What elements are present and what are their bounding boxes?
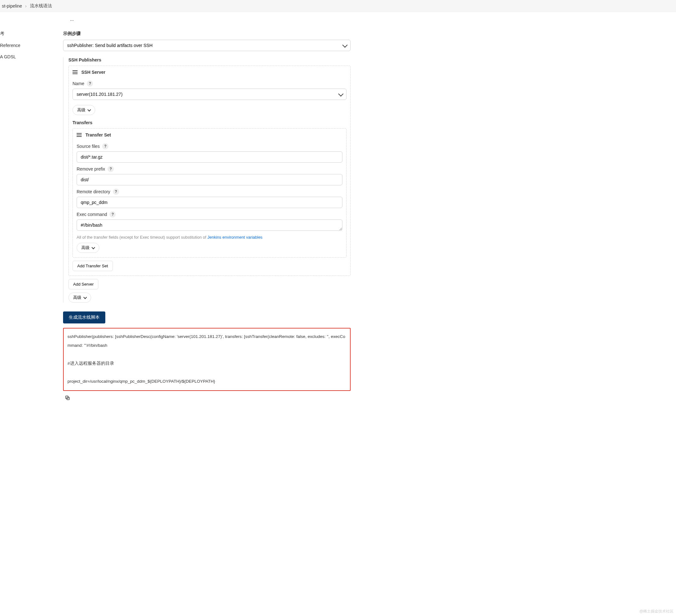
breadcrumb-separator: ›	[24, 3, 28, 8]
remove-prefix-input[interactable]	[76, 174, 342, 185]
remove-prefix-label: Remove prefix	[76, 166, 105, 171]
nav-link-guide[interactable]: 考	[0, 28, 57, 40]
truncated-indicator: ⋯	[63, 18, 351, 25]
chevron-down-icon	[83, 295, 87, 299]
hint-text: All of the transfer fields (except for E…	[76, 235, 342, 239]
advanced-button[interactable]: 高级	[76, 243, 99, 253]
ssh-server-box: SSH Server Name ? server(101.201.181.27)…	[68, 66, 351, 276]
drag-handle-icon[interactable]	[76, 133, 82, 137]
remote-directory-input[interactable]	[76, 197, 342, 208]
advanced-button[interactable]: 高级	[68, 292, 91, 303]
drag-handle-icon[interactable]	[72, 70, 77, 74]
nav-link-reference[interactable]: Reference	[0, 40, 57, 51]
exec-command-textarea[interactable]	[76, 219, 342, 231]
add-server-button[interactable]: Add Server	[68, 279, 98, 289]
exec-command-label: Exec command	[76, 212, 107, 217]
transfer-set-title: Transfer Set	[86, 132, 111, 137]
copy-button[interactable]	[63, 393, 72, 402]
main-content: ⋯ 示例步骤 sshPublisher: Send build artifact…	[57, 12, 359, 402]
help-icon[interactable]: ?	[109, 211, 116, 218]
chevron-down-icon	[87, 108, 91, 111]
generate-pipeline-script-button[interactable]: 生成流水线脚本	[63, 312, 105, 324]
remote-directory-label: Remote directory	[76, 189, 110, 194]
breadcrumb-item[interactable]: 流水线语法	[28, 3, 54, 9]
breadcrumb: st-pipeline › 流水线语法	[0, 0, 676, 12]
source-files-input[interactable]	[76, 151, 342, 163]
help-icon[interactable]: ?	[102, 143, 108, 150]
transfers-label: Transfers	[72, 120, 346, 125]
sample-step-label: 示例步骤	[63, 31, 351, 37]
help-icon[interactable]: ?	[87, 80, 93, 87]
generated-script-output[interactable]: sshPublisher(publishers: [sshPublisherDe…	[63, 328, 351, 391]
add-transfer-set-button[interactable]: Add Transfer Set	[72, 261, 113, 271]
help-icon[interactable]: ?	[113, 188, 119, 195]
ssh-server-title: SSH Server	[81, 70, 105, 75]
copy-icon	[65, 395, 70, 401]
env-vars-link[interactable]: Jenkins environment variables	[208, 235, 263, 239]
server-name-select[interactable]: server(101.201.181.27)	[72, 89, 346, 100]
chevron-down-icon	[92, 245, 95, 249]
help-icon[interactable]: ?	[108, 166, 114, 172]
source-files-label: Source files	[76, 144, 100, 149]
left-sidebar: 考 Reference A GDSL	[0, 12, 57, 62]
breadcrumb-item[interactable]: st-pipeline	[0, 3, 24, 8]
sample-step-select[interactable]: sshPublisher: Send build artifacts over …	[63, 40, 351, 51]
advanced-button[interactable]: 高级	[72, 105, 95, 115]
nav-link-gdsl[interactable]: A GDSL	[0, 51, 57, 62]
ssh-publishers-label: SSH Publishers	[68, 57, 351, 62]
name-label: Name	[72, 81, 84, 86]
transfer-set-box: Transfer Set Source files ? Remove prefi…	[72, 128, 346, 258]
